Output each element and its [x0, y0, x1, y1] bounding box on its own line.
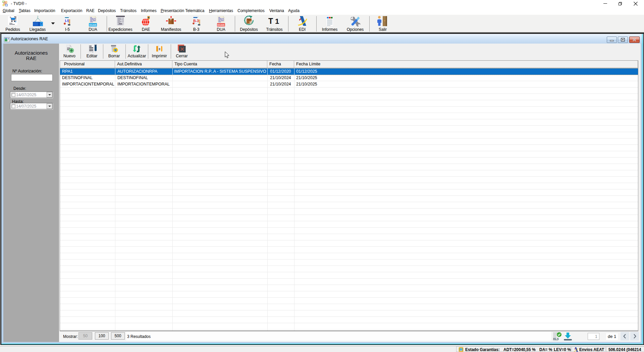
svg-text:DUAS: DUAS	[89, 23, 96, 26]
svg-text:B-3: B-3	[193, 19, 199, 23]
svg-text:XLS: XLS	[553, 337, 559, 341]
svg-text:I-5: I-5	[65, 19, 69, 23]
svg-text:DUAS: DUAS	[217, 23, 224, 26]
svg-text:1: 1	[275, 17, 279, 25]
svg-text:T: T	[268, 17, 273, 25]
